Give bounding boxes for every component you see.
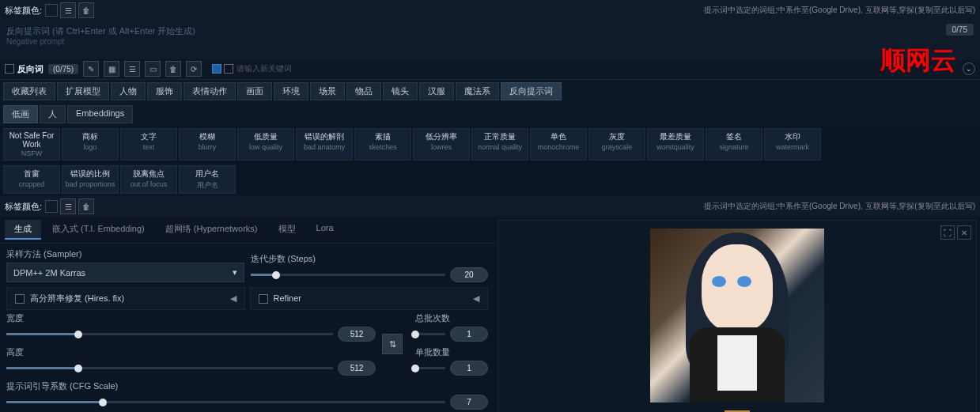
tag-low-quality[interactable]: 低质量low quality [237, 128, 294, 161]
category-tab-5[interactable]: 画面 [237, 82, 272, 100]
bottom-color-row: 标签颜色: ☰ 🗑 提示词中选定的词组;中系作至(Google Drive), … [0, 196, 980, 217]
neg-checkbox[interactable] [5, 64, 14, 74]
controls-panel: 采样方法 (Sampler) DPM++ 2M Karras ▾ 迭代步数 (S… [0, 244, 494, 412]
batch-size-slider[interactable] [415, 367, 445, 369]
sub-tab-1[interactable]: 人 [40, 105, 66, 123]
tag-grid-2: 首窗cropped错误的比例bad proportions脱离焦点out of … [0, 163, 980, 196]
refiner-accordion[interactable]: Refiner ◀ [250, 287, 489, 310]
category-tab-7[interactable]: 场景 [310, 82, 345, 100]
refresh-icon[interactable]: ⟳ [186, 61, 202, 77]
category-tab-11[interactable]: 魔法系 [456, 82, 499, 100]
tag-out-of-focus[interactable]: 脱离焦点out of focus [120, 165, 177, 194]
chevron-down-icon: ▾ [233, 267, 237, 278]
negative-prompt-area[interactable]: 0/75 反向提示词 (请 Ctrl+Enter 或 Alt+Enter 开始生… [0, 21, 980, 59]
toggle-btn-2[interactable]: ☰ [60, 198, 76, 214]
gen-tab-2[interactable]: 超网络 (Hypernetworks) [156, 220, 267, 240]
tag-worstquality[interactable]: 最差质量worstquality [647, 128, 704, 161]
expand-icon[interactable]: ⛶ [940, 225, 955, 240]
list-icon[interactable]: ☰ [124, 61, 140, 77]
sub-tabs: 低画人Embeddings [0, 103, 980, 126]
toggle-btn-1[interactable]: ☰ [60, 2, 76, 18]
swap-dimensions-button[interactable]: ⇅ [382, 334, 403, 354]
tag-blurry[interactable]: 模糊blurry [179, 128, 236, 161]
tag-logo[interactable]: 商标logo [62, 128, 119, 161]
delete-icon[interactable]: 🗑 [165, 61, 181, 77]
sub-tab-2[interactable]: Embeddings [67, 105, 133, 123]
category-tab-1[interactable]: 扩展模型 [57, 82, 109, 100]
category-tab-0[interactable]: 收藏列表 [3, 82, 55, 100]
close-icon[interactable]: ✕ [957, 225, 971, 240]
collapse-icon[interactable]: ⌄ [963, 62, 975, 75]
hires-accordion[interactable]: 高分辨率修复 (Hires. fix) ◀ [6, 287, 245, 310]
tag-sketches[interactable]: 素描sketches [354, 128, 411, 161]
tag-signature[interactable]: 签名signature [706, 128, 762, 161]
sub-tab-0[interactable]: 低画 [3, 105, 38, 123]
category-tab-9[interactable]: 镜头 [383, 82, 418, 100]
height-slider[interactable] [6, 367, 333, 369]
sampler-select[interactable]: DPM++ 2M Karras ▾ [6, 263, 244, 282]
batch-size-label: 单批数量 [415, 346, 488, 358]
tag-normal-quality[interactable]: 正常质量normal quality [471, 128, 528, 161]
trash-icon-2[interactable]: 🗑 [78, 198, 94, 214]
tag-text[interactable]: 文字text [120, 128, 177, 161]
tag-monochrome[interactable]: 单色monochrome [530, 128, 587, 161]
tag-watermark[interactable]: 水印watermark [764, 128, 821, 161]
gen-tabs: 生成嵌入式 (T.I. Embedding)超网络 (Hypernetworks… [0, 217, 494, 244]
top-hint: 提示词中选定的词组;中系作至(Google Drive), 互联网等,穿探(复制… [704, 5, 975, 16]
tag-NSFW[interactable]: Not Safe For WorkNSFW [3, 128, 60, 161]
gen-tab-3[interactable]: 模型 [269, 220, 305, 240]
tag-bad-anatomy[interactable]: 错误的解剖bad anatomy [296, 128, 353, 161]
tag-用户名[interactable]: 用户名用户名 [179, 165, 236, 194]
color-swatch-1[interactable] [45, 4, 58, 17]
batch-count-value[interactable]: 1 [450, 327, 488, 342]
height-value[interactable]: 512 [338, 361, 376, 376]
cfg-value[interactable]: 7 [450, 395, 488, 410]
category-tab-8[interactable]: 物品 [346, 82, 381, 100]
chevron-left-icon: ◀ [473, 293, 479, 304]
grid-icon[interactable]: ▦ [104, 61, 119, 77]
trash-icon[interactable]: 🗑 [78, 2, 94, 18]
tag-grayscale[interactable]: 灰度grayscale [588, 128, 645, 161]
steps-slider[interactable] [251, 274, 446, 276]
batch-count-label: 总批次数 [415, 312, 488, 324]
sampler-label: 采样方法 (Sampler) [6, 248, 244, 260]
tag-bad-proportions[interactable]: 错误的比例bad proportions [62, 165, 119, 194]
cfg-slider[interactable] [6, 401, 445, 403]
card-icon[interactable]: ▭ [145, 61, 161, 77]
refiner-label: Refiner [274, 293, 301, 303]
category-tab-6[interactable]: 环境 [274, 82, 308, 100]
steps-value[interactable]: 20 [450, 267, 488, 282]
category-tab-4[interactable]: 表情动作 [184, 82, 236, 100]
steps-label: 迭代步数 (Steps) [251, 253, 489, 265]
neg-prompt-sub: Negative prompt [6, 37, 974, 46]
batch-size-value[interactable]: 1 [450, 361, 488, 376]
preview-image[interactable] [650, 229, 824, 403]
category-tab-3[interactable]: 服饰 [147, 82, 182, 100]
tag-lowres[interactable]: 低分辨率lowres [413, 128, 470, 161]
category-tabs: 收藏列表扩展模型人物服饰表情动作画面环境场景物品镜头汉服魔法系反向提示词 [0, 80, 980, 103]
tag-cropped[interactable]: 首窗cropped [3, 165, 60, 194]
keyword-input-hint[interactable]: 请输入新关键词 [236, 63, 292, 74]
sampler-value: DPM++ 2M Karras [13, 268, 85, 278]
tag-grid-1: Not Safe For WorkNSFW商标logo文字text模糊blurr… [0, 126, 980, 163]
token-counter: 0/75 [946, 24, 974, 36]
category-tab-2[interactable]: 人物 [111, 82, 146, 100]
top-row: 标签颜色: ☰ 🗑 提示词中选定的词组;中系作至(Google Drive), … [0, 0, 980, 21]
keyword-checkbox[interactable] [212, 64, 221, 74]
hires-label: 高分辨率修复 (Hires. fix) [30, 293, 124, 303]
gen-tab-4[interactable]: Lora [307, 220, 343, 240]
batch-count-slider[interactable] [415, 333, 445, 335]
category-tab-12[interactable]: 反向提示词 [501, 82, 562, 100]
color-label-2: 标签颜色: [5, 201, 42, 213]
edit-icon[interactable]: ✎ [83, 61, 99, 77]
keyword-checkbox-2[interactable] [224, 64, 233, 74]
width-slider[interactable] [6, 333, 333, 335]
category-tab-10[interactable]: 汉服 [419, 82, 454, 100]
width-value[interactable]: 512 [338, 327, 376, 342]
color-swatch-2[interactable] [45, 200, 58, 213]
bottom-hint: 提示词中选定的词组;中系作至(Google Drive), 互联网等,穿探(复制… [704, 201, 975, 212]
gen-tab-1[interactable]: 嵌入式 (T.I. Embedding) [43, 220, 154, 240]
preview-panel: ⛶ ✕ [498, 220, 977, 412]
gen-tab-0[interactable]: 生成 [5, 220, 41, 240]
neg-tab-row: 反向词 (0/75) ✎ ▦ ☰ ▭ 🗑 ⟳ 请输入新关键词 ⌄ [0, 59, 980, 80]
